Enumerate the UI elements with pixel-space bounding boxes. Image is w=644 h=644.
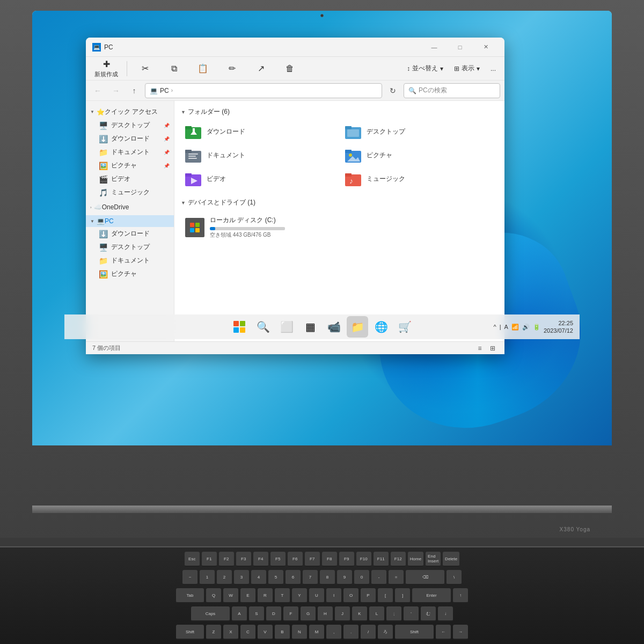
key-r[interactable]: R [258,588,273,603]
key-shift-r[interactable]: Shift [395,625,434,640]
key-backslash[interactable]: \ [447,570,462,585]
onedrive-header[interactable]: › ☁️ OneDrive [86,201,174,213]
key-pgdn[interactable]: ↓ [438,606,453,621]
paste-button[interactable]: 📋 [189,61,216,76]
key-1[interactable]: 1 [200,570,215,585]
key-u[interactable]: U [309,588,324,603]
key-w[interactable]: W [223,588,238,603]
key-3[interactable]: 3 [234,570,249,585]
key-enter[interactable]: Enter [412,588,451,603]
key-period[interactable]: . [343,625,358,640]
key-esc[interactable]: Esc [185,552,200,567]
key-delete[interactable]: Delete [443,552,459,567]
key-f4[interactable]: F4 [253,552,268,567]
key-backspace[interactable]: ⌫ [406,570,444,585]
key-p[interactable]: P [361,588,376,603]
cut-button[interactable]: ✂ [131,61,158,76]
key-pgup[interactable]: ↑ [453,588,468,603]
sidebar-item-downloads[interactable]: ⬇️ ダウンロード 📌 [86,132,174,145]
key-j[interactable]: J [335,606,350,621]
key-home[interactable]: Home [408,552,423,567]
key-e[interactable]: E [240,588,255,603]
quick-access-header[interactable]: ▼ ⭐ クイック アクセス [86,105,174,119]
key-9[interactable]: 9 [337,570,352,585]
key-h[interactable]: H [318,606,333,621]
key-s[interactable]: S [249,606,264,621]
key-f11[interactable]: F11 [374,552,389,567]
view-button[interactable]: ⊞ 表示 ▾ [450,62,484,75]
close-button[interactable]: ✕ [473,39,498,55]
key-v[interactable]: V [258,625,273,640]
key-caps[interactable]: Caps [191,606,230,621]
key-tilde[interactable]: ~ [182,570,197,585]
forward-button[interactable]: → [108,83,123,98]
sort-button[interactable]: ↕ 並べ替え ▾ [402,62,448,75]
key-f8[interactable]: F8 [322,552,337,567]
key-q[interactable]: Q [206,588,221,603]
key-shift-l[interactable]: Shift [176,625,204,640]
sidebar-pc-documents[interactable]: 📁 ドキュメント [86,254,174,267]
key-x[interactable]: X [223,625,238,640]
start-button[interactable] [229,316,250,338]
taskbar-time[interactable]: 22:25 2023/07/12 [544,319,573,335]
key-l[interactable]: L [369,606,384,621]
key-5[interactable]: 5 [268,570,283,585]
key-z[interactable]: Z [206,625,221,640]
key-6[interactable]: 6 [286,570,301,585]
key-d[interactable]: D [266,606,281,621]
key-g[interactable]: G [301,606,316,621]
key-slash[interactable]: / [361,625,376,640]
maximize-button[interactable]: □ [448,39,472,55]
key-0[interactable]: 0 [354,570,369,585]
sidebar-item-pictures[interactable]: 🖼️ ピクチャ 📌 [86,159,174,172]
zoom-button[interactable]: 📹 [323,316,345,338]
folder-desktop[interactable]: デスクトップ [341,121,499,142]
key-7[interactable]: 7 [303,570,318,585]
key-f5[interactable]: F5 [270,552,286,567]
new-button[interactable]: ✚ 新規作成 [90,57,122,80]
key-quote[interactable]: ' [404,606,419,621]
key-f3[interactable]: F3 [236,552,251,567]
store-button[interactable]: 🛒 [394,316,415,338]
key-b[interactable]: B [275,625,290,640]
sidebar-item-desktop[interactable]: 🖥️ デスクトップ 📌 [86,119,174,132]
key-comma[interactable]: , [326,625,341,640]
sidebar-item-documents[interactable]: 📁 ドキュメント 📌 [86,145,174,159]
minimize-button[interactable]: — [422,39,447,55]
refresh-button[interactable]: ↻ [385,83,400,98]
key-f9[interactable]: F9 [339,552,354,567]
key-jp1[interactable]: む [421,606,436,621]
task-view-button[interactable]: ⬜ [276,316,297,338]
folder-videos[interactable]: ビデオ [181,168,339,189]
key-jp2[interactable]: ろ [378,625,393,640]
drive-c[interactable]: ローカル ディスク (C:) 空き領域 443 GB/476 GB [181,211,498,243]
key-f7[interactable]: F7 [305,552,320,567]
sidebar-pc-downloads[interactable]: ⬇️ ダウンロード [86,227,174,240]
key-rbracket[interactable]: ] [395,588,410,603]
rename-button[interactable]: ✏ [218,61,245,76]
sidebar-pc-desktop[interactable]: 🖥️ デスクトップ [86,240,174,254]
edge-button[interactable]: 🌐 [370,316,392,338]
key-f[interactable]: F [283,606,298,621]
folder-pictures[interactable]: ピクチャ [341,144,499,166]
key-o[interactable]: O [343,588,358,603]
sidebar-item-music[interactable]: 🎵 ミュージック [86,186,174,199]
key-m[interactable]: M [309,625,324,640]
key-semi[interactable]: ; [386,606,401,621]
explorer-taskbar-button[interactable]: 📁 [347,316,368,338]
key-f6[interactable]: F6 [288,552,303,567]
key-i[interactable]: I [326,588,341,603]
key-t[interactable]: T [275,588,290,603]
search-taskbar-button[interactable]: 🔍 [252,316,274,338]
key-left[interactable]: ← [436,625,451,640]
chevron-up-icon[interactable]: ^ [494,324,496,330]
key-c[interactable]: C [240,625,255,640]
folder-documents[interactable]: ドキュメント [181,144,339,166]
key-f10[interactable]: F10 [356,552,371,567]
key-end[interactable]: EndInsert [426,552,441,567]
snap-button[interactable]: ▦ [299,316,321,338]
list-view-button[interactable]: ≡ [474,343,485,354]
pc-header[interactable]: ▼ 💻 PC [86,215,174,227]
key-lbracket[interactable]: [ [378,588,393,603]
key-y[interactable]: Y [292,588,307,603]
